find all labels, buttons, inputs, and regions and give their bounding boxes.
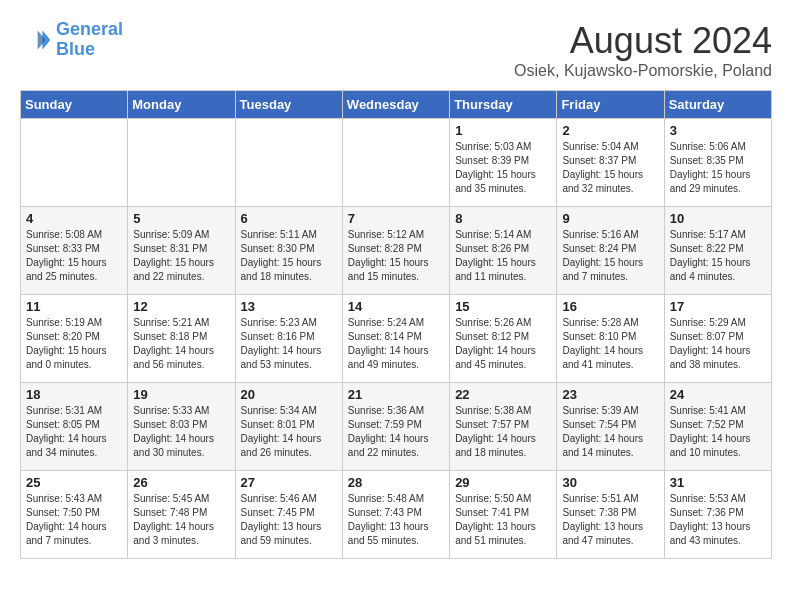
- day-number: 21: [348, 387, 444, 402]
- day-info: Sunrise: 5:41 AM Sunset: 7:52 PM Dayligh…: [670, 404, 766, 460]
- day-info: Sunrise: 5:11 AM Sunset: 8:30 PM Dayligh…: [241, 228, 337, 284]
- day-header-thursday: Thursday: [450, 91, 557, 119]
- day-header-wednesday: Wednesday: [342, 91, 449, 119]
- calendar-cell: 6Sunrise: 5:11 AM Sunset: 8:30 PM Daylig…: [235, 207, 342, 295]
- day-info: Sunrise: 5:24 AM Sunset: 8:14 PM Dayligh…: [348, 316, 444, 372]
- calendar-cell: 17Sunrise: 5:29 AM Sunset: 8:07 PM Dayli…: [664, 295, 771, 383]
- calendar-cell: 4Sunrise: 5:08 AM Sunset: 8:33 PM Daylig…: [21, 207, 128, 295]
- calendar-cell: 28Sunrise: 5:48 AM Sunset: 7:43 PM Dayli…: [342, 471, 449, 559]
- calendar-cell: 14Sunrise: 5:24 AM Sunset: 8:14 PM Dayli…: [342, 295, 449, 383]
- day-number: 19: [133, 387, 229, 402]
- calendar-cell: 24Sunrise: 5:41 AM Sunset: 7:52 PM Dayli…: [664, 383, 771, 471]
- day-info: Sunrise: 5:45 AM Sunset: 7:48 PM Dayligh…: [133, 492, 229, 548]
- day-number: 4: [26, 211, 122, 226]
- day-info: Sunrise: 5:03 AM Sunset: 8:39 PM Dayligh…: [455, 140, 551, 196]
- day-number: 6: [241, 211, 337, 226]
- day-info: Sunrise: 5:04 AM Sunset: 8:37 PM Dayligh…: [562, 140, 658, 196]
- calendar-cell: 19Sunrise: 5:33 AM Sunset: 8:03 PM Dayli…: [128, 383, 235, 471]
- calendar-cell: 26Sunrise: 5:45 AM Sunset: 7:48 PM Dayli…: [128, 471, 235, 559]
- calendar-cell: 22Sunrise: 5:38 AM Sunset: 7:57 PM Dayli…: [450, 383, 557, 471]
- day-number: 14: [348, 299, 444, 314]
- day-info: Sunrise: 5:08 AM Sunset: 8:33 PM Dayligh…: [26, 228, 122, 284]
- day-info: Sunrise: 5:17 AM Sunset: 8:22 PM Dayligh…: [670, 228, 766, 284]
- calendar-cell: 2Sunrise: 5:04 AM Sunset: 8:37 PM Daylig…: [557, 119, 664, 207]
- calendar-cell: 15Sunrise: 5:26 AM Sunset: 8:12 PM Dayli…: [450, 295, 557, 383]
- calendar-cell: 25Sunrise: 5:43 AM Sunset: 7:50 PM Dayli…: [21, 471, 128, 559]
- calendar-cell: [235, 119, 342, 207]
- day-info: Sunrise: 5:06 AM Sunset: 8:35 PM Dayligh…: [670, 140, 766, 196]
- day-number: 9: [562, 211, 658, 226]
- day-number: 26: [133, 475, 229, 490]
- day-info: Sunrise: 5:16 AM Sunset: 8:24 PM Dayligh…: [562, 228, 658, 284]
- day-info: Sunrise: 5:38 AM Sunset: 7:57 PM Dayligh…: [455, 404, 551, 460]
- calendar-cell: 16Sunrise: 5:28 AM Sunset: 8:10 PM Dayli…: [557, 295, 664, 383]
- day-number: 3: [670, 123, 766, 138]
- day-header-monday: Monday: [128, 91, 235, 119]
- logo-line1: General: [56, 19, 123, 39]
- week-row-1: 1Sunrise: 5:03 AM Sunset: 8:39 PM Daylig…: [21, 119, 772, 207]
- day-info: Sunrise: 5:26 AM Sunset: 8:12 PM Dayligh…: [455, 316, 551, 372]
- day-number: 1: [455, 123, 551, 138]
- day-number: 20: [241, 387, 337, 402]
- day-number: 18: [26, 387, 122, 402]
- day-info: Sunrise: 5:39 AM Sunset: 7:54 PM Dayligh…: [562, 404, 658, 460]
- calendar-cell: 7Sunrise: 5:12 AM Sunset: 8:28 PM Daylig…: [342, 207, 449, 295]
- day-info: Sunrise: 5:33 AM Sunset: 8:03 PM Dayligh…: [133, 404, 229, 460]
- day-number: 23: [562, 387, 658, 402]
- logo-line2: Blue: [56, 39, 95, 59]
- day-number: 29: [455, 475, 551, 490]
- day-number: 15: [455, 299, 551, 314]
- day-header-friday: Friday: [557, 91, 664, 119]
- week-row-3: 11Sunrise: 5:19 AM Sunset: 8:20 PM Dayli…: [21, 295, 772, 383]
- calendar-cell: 10Sunrise: 5:17 AM Sunset: 8:22 PM Dayli…: [664, 207, 771, 295]
- day-info: Sunrise: 5:14 AM Sunset: 8:26 PM Dayligh…: [455, 228, 551, 284]
- calendar-cell: [128, 119, 235, 207]
- week-row-2: 4Sunrise: 5:08 AM Sunset: 8:33 PM Daylig…: [21, 207, 772, 295]
- calendar-cell: 20Sunrise: 5:34 AM Sunset: 8:01 PM Dayli…: [235, 383, 342, 471]
- calendar-cell: 1Sunrise: 5:03 AM Sunset: 8:39 PM Daylig…: [450, 119, 557, 207]
- calendar-cell: 3Sunrise: 5:06 AM Sunset: 8:35 PM Daylig…: [664, 119, 771, 207]
- calendar-cell: 13Sunrise: 5:23 AM Sunset: 8:16 PM Dayli…: [235, 295, 342, 383]
- day-number: 8: [455, 211, 551, 226]
- calendar-cell: 9Sunrise: 5:16 AM Sunset: 8:24 PM Daylig…: [557, 207, 664, 295]
- day-info: Sunrise: 5:34 AM Sunset: 8:01 PM Dayligh…: [241, 404, 337, 460]
- page-header: General Blue August 2024 Osiek, Kujawsko…: [20, 20, 772, 80]
- logo: General Blue: [20, 20, 123, 60]
- calendar-cell: 5Sunrise: 5:09 AM Sunset: 8:31 PM Daylig…: [128, 207, 235, 295]
- location: Osiek, Kujawsko-Pomorskie, Poland: [514, 62, 772, 80]
- day-info: Sunrise: 5:12 AM Sunset: 8:28 PM Dayligh…: [348, 228, 444, 284]
- day-number: 24: [670, 387, 766, 402]
- day-header-saturday: Saturday: [664, 91, 771, 119]
- day-number: 27: [241, 475, 337, 490]
- calendar-cell: [21, 119, 128, 207]
- day-info: Sunrise: 5:28 AM Sunset: 8:10 PM Dayligh…: [562, 316, 658, 372]
- header-row: SundayMondayTuesdayWednesdayThursdayFrid…: [21, 91, 772, 119]
- calendar-cell: 27Sunrise: 5:46 AM Sunset: 7:45 PM Dayli…: [235, 471, 342, 559]
- day-info: Sunrise: 5:46 AM Sunset: 7:45 PM Dayligh…: [241, 492, 337, 548]
- day-header-tuesday: Tuesday: [235, 91, 342, 119]
- day-info: Sunrise: 5:21 AM Sunset: 8:18 PM Dayligh…: [133, 316, 229, 372]
- day-info: Sunrise: 5:50 AM Sunset: 7:41 PM Dayligh…: [455, 492, 551, 548]
- logo-text: General Blue: [56, 20, 123, 60]
- day-info: Sunrise: 5:23 AM Sunset: 8:16 PM Dayligh…: [241, 316, 337, 372]
- calendar-cell: [342, 119, 449, 207]
- day-info: Sunrise: 5:53 AM Sunset: 7:36 PM Dayligh…: [670, 492, 766, 548]
- day-number: 11: [26, 299, 122, 314]
- day-info: Sunrise: 5:31 AM Sunset: 8:05 PM Dayligh…: [26, 404, 122, 460]
- day-number: 12: [133, 299, 229, 314]
- day-number: 31: [670, 475, 766, 490]
- day-info: Sunrise: 5:48 AM Sunset: 7:43 PM Dayligh…: [348, 492, 444, 548]
- day-number: 30: [562, 475, 658, 490]
- calendar-cell: 11Sunrise: 5:19 AM Sunset: 8:20 PM Dayli…: [21, 295, 128, 383]
- day-header-sunday: Sunday: [21, 91, 128, 119]
- week-row-4: 18Sunrise: 5:31 AM Sunset: 8:05 PM Dayli…: [21, 383, 772, 471]
- day-number: 22: [455, 387, 551, 402]
- week-row-5: 25Sunrise: 5:43 AM Sunset: 7:50 PM Dayli…: [21, 471, 772, 559]
- day-info: Sunrise: 5:19 AM Sunset: 8:20 PM Dayligh…: [26, 316, 122, 372]
- day-number: 25: [26, 475, 122, 490]
- day-number: 5: [133, 211, 229, 226]
- day-number: 28: [348, 475, 444, 490]
- day-info: Sunrise: 5:43 AM Sunset: 7:50 PM Dayligh…: [26, 492, 122, 548]
- day-info: Sunrise: 5:51 AM Sunset: 7:38 PM Dayligh…: [562, 492, 658, 548]
- day-number: 16: [562, 299, 658, 314]
